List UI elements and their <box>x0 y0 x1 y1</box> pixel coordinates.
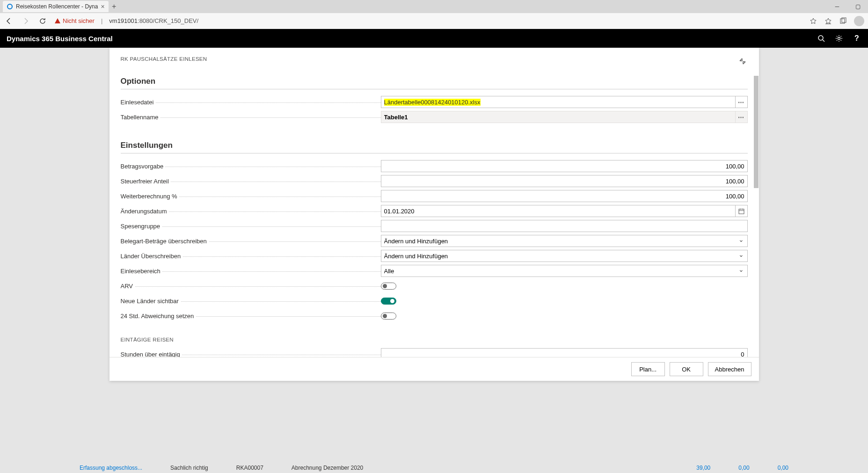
url-display[interactable]: vm191001:8080/CRK_150_DEV/ <box>109 17 198 24</box>
browser-tab[interactable]: Reisekosten Rollencenter - Dyna × <box>3 1 109 12</box>
new-tab-button[interactable]: + <box>109 1 120 12</box>
favorites-bar-icon[interactable] <box>824 17 832 25</box>
collapse-icon[interactable] <box>737 56 748 66</box>
help-icon[interactable]: ? <box>852 34 861 43</box>
abweichung-toggle[interactable] <box>381 313 396 320</box>
url-port: :8080 <box>138 17 153 24</box>
abweichung-label: 24 Std. Abweichung setzen <box>121 313 381 320</box>
browser-chrome: Reisekosten Rollencenter - Dyna × + ─ ▢ … <box>0 0 868 29</box>
tab-title: Reisekosten Rollencenter - Dyna <box>16 3 98 10</box>
bg-cell: Abrechnung Dezember 2020 <box>292 465 363 473</box>
belegart-label: Belegart-Beträge überschreiben <box>121 238 381 245</box>
bg-cell: 0,00 <box>778 465 788 473</box>
security-text: Nicht sicher <box>63 17 95 24</box>
svg-rect-5 <box>739 209 744 214</box>
tabellenname-input[interactable] <box>381 111 736 123</box>
neue-laender-label: Neue Länder sichtbar <box>121 298 381 305</box>
bg-cell: RKA00007 <box>236 465 263 473</box>
app-header: Dynamics 365 Business Central ? <box>0 29 868 48</box>
refresh-button[interactable] <box>37 16 48 26</box>
laender-select[interactable]: Ändern und Hinzufügen <box>381 250 748 262</box>
steuerfreier-label: Steuerfreier Anteil <box>121 178 381 185</box>
bg-cell: 39,00 <box>696 465 710 473</box>
einlesedatei-lookup-button[interactable]: ⋯ <box>736 96 748 108</box>
section-einstellungen-title: Einstellungen <box>121 141 748 153</box>
svg-point-3 <box>818 36 823 40</box>
arv-label: ARV <box>121 283 381 290</box>
weiterberechnung-label: Weiterberechnung % <box>121 193 381 200</box>
collections-icon[interactable] <box>839 17 847 25</box>
plan-button[interactable]: Plan... <box>631 362 665 376</box>
close-icon[interactable]: × <box>101 3 104 10</box>
dialog-footer: Plan... OK Abbrechen <box>109 357 759 381</box>
neue-laender-toggle[interactable] <box>381 298 396 305</box>
url-host: vm191001 <box>109 17 138 24</box>
weiterberechnung-input[interactable] <box>381 190 748 202</box>
ok-button[interactable]: OK <box>670 362 703 376</box>
einlesebereich-select[interactable]: Alle <box>381 265 748 277</box>
bg-cell: 0,00 <box>738 465 749 473</box>
app-title: Dynamics 365 Business Central <box>7 35 113 43</box>
tab-favicon <box>7 3 13 10</box>
einlesedatei-input[interactable]: Ländertabelle00081424010120.xlsx <box>381 96 736 108</box>
scrollbar[interactable] <box>754 76 759 352</box>
betragsvorgabe-input[interactable] <box>381 160 748 172</box>
address-bar: Nicht sicher | vm191001:8080/CRK_150_DEV… <box>0 13 868 29</box>
spesengruppe-label: Spesengruppe <box>121 223 381 230</box>
laender-label: Länder Überschreiben <box>121 253 381 260</box>
minimize-button[interactable]: ─ <box>827 0 847 13</box>
arv-toggle[interactable] <box>381 283 396 290</box>
belegart-select[interactable]: Ändern und Hinzufügen <box>381 235 748 247</box>
page-caption: RK PAUSCHALSÄTZE EINLESEN <box>121 56 207 62</box>
spesengruppe-input[interactable] <box>381 220 748 232</box>
aenderungsdatum-input[interactable] <box>381 205 736 217</box>
dialog-body: Optionen Einlesedatei Ländertabelle00081… <box>109 70 759 357</box>
search-icon[interactable] <box>817 34 826 43</box>
steuerfreier-input[interactable] <box>381 175 748 187</box>
tabellenname-lookup-button[interactable]: ⋯ <box>736 111 748 123</box>
tab-bar: Reisekosten Rollencenter - Dyna × + ─ ▢ <box>0 0 868 13</box>
svg-point-0 <box>7 4 12 9</box>
gear-icon[interactable] <box>834 34 844 43</box>
stunden-label: Stunden über eintägig <box>121 351 381 357</box>
einlesebereich-label: Einlesebereich <box>121 268 381 275</box>
window-controls: ─ ▢ <box>827 0 868 13</box>
dialog: RK PAUSCHALSÄTZE EINLESEN Optionen Einle… <box>109 48 759 381</box>
stunden-input[interactable] <box>381 348 748 357</box>
forward-button <box>21 16 31 26</box>
bg-cell: Sachlich richtig <box>170 465 208 473</box>
back-button[interactable] <box>4 16 14 26</box>
svg-point-4 <box>838 37 840 40</box>
scrollbar-thumb[interactable] <box>754 76 759 188</box>
maximize-button[interactable]: ▢ <box>847 0 868 13</box>
calendar-icon[interactable] <box>736 205 748 217</box>
betragsvorgabe-label: Betragsvorgabe <box>121 163 381 170</box>
einlesedatei-value: Ländertabelle00081424010120.xlsx <box>384 99 481 106</box>
cancel-button[interactable]: Abbrechen <box>708 362 751 376</box>
section-optionen-title: Optionen <box>121 77 748 89</box>
tabellenname-label: Tabellenname <box>121 114 381 121</box>
background-row: Erfassung abgeschloss... Sachlich richti… <box>0 465 868 473</box>
aenderungsdatum-label: Änderungsdatum <box>121 208 381 215</box>
profile-avatar[interactable] <box>854 16 864 26</box>
url-path: /CRK_150_DEV/ <box>153 17 199 24</box>
bg-cell: Erfassung abgeschloss... <box>80 465 142 473</box>
dialog-header: RK PAUSCHALSÄTZE EINLESEN <box>109 48 759 70</box>
einlesedatei-label: Einlesedatei <box>121 99 381 106</box>
security-indicator[interactable]: Nicht sicher <box>54 17 95 24</box>
section-eintaegige-title: EINTÄGIGE REISEN <box>121 337 748 342</box>
favorite-icon[interactable] <box>809 17 817 25</box>
stage: Erfassung abgeschloss... Sachlich richti… <box>0 48 868 473</box>
